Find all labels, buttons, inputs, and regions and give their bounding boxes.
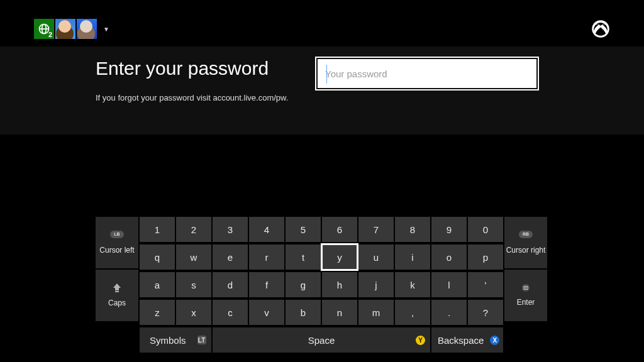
forgot-password-text: If you forgot your password visit accoun…: [96, 93, 644, 102]
key-b[interactable]: b: [286, 300, 321, 325]
caps-arrow-icon: [112, 283, 122, 292]
x-button-icon: X: [490, 336, 499, 345]
keyboard-row-2: a s d f g h j k l ': [140, 272, 503, 297]
activity-badge: 2: [48, 31, 52, 38]
key-v[interactable]: v: [249, 300, 284, 325]
key-f[interactable]: f: [249, 272, 284, 297]
enter-label: Enter: [517, 298, 535, 307]
key-a[interactable]: a: [140, 272, 175, 297]
key-d[interactable]: d: [213, 272, 248, 297]
key-g[interactable]: g: [286, 272, 321, 297]
cursor-right-key[interactable]: RB Cursor right: [504, 217, 547, 268]
cursor-left-label: Cursor left: [99, 246, 134, 255]
key-4[interactable]: 4: [249, 217, 284, 242]
caps-key[interactable]: Caps: [96, 270, 138, 321]
key-i[interactable]: i: [395, 244, 430, 270]
keyboard-row-bottom: Symbols LT Space Y Backspace X: [140, 327, 503, 353]
key-c[interactable]: c: [213, 300, 248, 325]
activity-tile[interactable]: 2: [34, 19, 54, 39]
key-5[interactable]: 5: [286, 217, 321, 242]
key-n[interactable]: n: [322, 300, 357, 325]
key-p[interactable]: p: [468, 244, 503, 270]
key-1[interactable]: 1: [140, 217, 175, 242]
backspace-key[interactable]: Backspace X: [431, 327, 503, 353]
key-w[interactable]: w: [176, 244, 211, 270]
key-u[interactable]: u: [358, 244, 394, 270]
key-9[interactable]: 9: [431, 217, 467, 242]
space-key[interactable]: Space Y: [213, 327, 430, 353]
key-q[interactable]: q: [140, 244, 175, 270]
key-k[interactable]: k: [395, 272, 430, 297]
svg-rect-7: [523, 289, 528, 290]
key-h[interactable]: h: [322, 272, 357, 297]
topbar: 2 ▼: [34, 18, 610, 40]
cursor-right-label: Cursor right: [506, 246, 546, 255]
key-l[interactable]: l: [431, 272, 467, 297]
key-e[interactable]: e: [213, 244, 248, 270]
key-period[interactable]: .: [431, 300, 467, 325]
symbols-key[interactable]: Symbols LT: [140, 327, 211, 353]
key-z[interactable]: z: [140, 300, 175, 325]
password-field-frame[interactable]: [315, 57, 539, 90]
profile-dropdown-caret-icon[interactable]: ▼: [103, 26, 109, 33]
key-m[interactable]: m: [358, 300, 394, 325]
key-question[interactable]: ?: [468, 300, 503, 325]
key-7[interactable]: 7: [358, 217, 394, 242]
key-s[interactable]: s: [176, 272, 211, 297]
key-8[interactable]: 8: [395, 217, 430, 242]
key-r[interactable]: r: [249, 244, 284, 270]
svg-rect-5: [523, 286, 528, 287]
cursor-left-key[interactable]: LB Cursor left: [96, 217, 138, 268]
svg-rect-6: [523, 287, 528, 288]
key-apostrophe[interactable]: ': [468, 272, 503, 297]
keyboard-row-3: z x c v b n m , . ?: [140, 300, 503, 325]
symbols-label: Symbols: [150, 335, 186, 346]
key-y[interactable]: y: [322, 244, 357, 270]
enter-key[interactable]: Enter: [504, 270, 547, 321]
text-caret-icon: [326, 65, 327, 84]
keyboard-row-1: q w e r t y u i o p: [140, 244, 503, 270]
caps-label: Caps: [108, 299, 126, 307]
key-o[interactable]: o: [431, 244, 467, 270]
key-0[interactable]: 0: [468, 217, 503, 242]
password-input[interactable]: [318, 59, 536, 88]
key-3[interactable]: 3: [213, 217, 248, 242]
key-2[interactable]: 2: [176, 217, 211, 242]
rb-bumper-icon: RB: [519, 231, 533, 238]
key-6[interactable]: 6: [322, 217, 357, 242]
key-t[interactable]: t: [286, 244, 321, 270]
profile-avatar-2[interactable]: [77, 19, 97, 39]
onscreen-keyboard: LB Cursor left Caps 1 2 3 4 5 6 7 8 9 0: [96, 217, 548, 354]
backspace-label: Backspace: [438, 335, 484, 346]
lt-trigger-icon: LT: [197, 336, 206, 344]
xbox-logo-icon[interactable]: [591, 19, 610, 38]
space-label: Space: [308, 335, 335, 346]
y-button-icon: Y: [416, 336, 425, 345]
profile-avatar-1[interactable]: [55, 19, 75, 39]
key-j[interactable]: j: [358, 272, 394, 297]
menu-icon: [521, 284, 531, 292]
key-comma[interactable]: ,: [395, 300, 430, 325]
key-x[interactable]: x: [176, 300, 211, 325]
keyboard-row-0: 1 2 3 4 5 6 7 8 9 0: [140, 217, 503, 242]
lb-bumper-icon: LB: [110, 231, 124, 238]
